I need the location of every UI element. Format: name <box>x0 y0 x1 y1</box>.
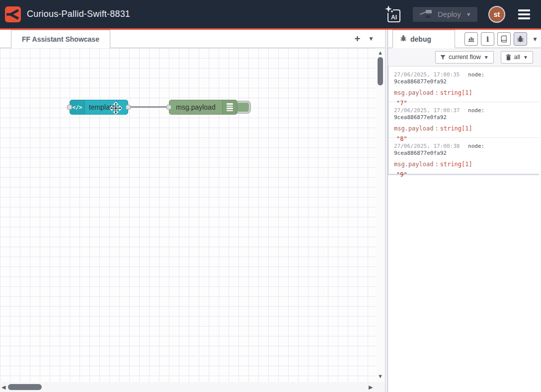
menu-bar-icon <box>518 17 530 19</box>
message-type: string[1] <box>440 125 472 132</box>
flow-list-caret-icon[interactable]: ▼ <box>368 35 374 42</box>
message-path: msg.payload <box>394 125 433 132</box>
debug-message: 27/06/2025, 17:00:38 node: 9cea886877e0f… <box>389 138 539 174</box>
bug-icon <box>400 35 407 43</box>
scroll-left-icon[interactable]: ◀ <box>1 385 5 390</box>
ai-assistant-button[interactable]: AI <box>384 5 402 24</box>
debug-message-list: 27/06/2025, 17:00:35 node: 9cea886877e0f… <box>388 66 539 175</box>
message-separator: : <box>435 161 438 168</box>
message-type: string[1] <box>440 89 472 96</box>
scroll-right-icon[interactable]: ▶ <box>369 385 373 390</box>
message-type: string[1] <box>440 161 472 168</box>
instance-title: Curious-Pallid-Swift-8831 <box>27 9 130 19</box>
message-timestamp: 27/06/2025, 17:00:35 <box>394 71 460 78</box>
canvas-horizontal-scrollbar[interactable]: ◀ ▶ <box>0 382 385 392</box>
menu-bar-icon <box>518 13 530 15</box>
sidebar-tabbar: debug i <box>388 30 541 48</box>
deploy-options-caret-icon[interactable]: ▼ <box>466 11 471 17</box>
move-cursor-icon <box>110 102 122 116</box>
main-menu-button[interactable] <box>516 7 532 21</box>
message-path: msg.payload <box>394 161 433 168</box>
debug-message: 27/06/2025, 17:00:35 node: 9cea886877e0f… <box>389 66 539 102</box>
vertical-scroll-thumb[interactable] <box>378 57 383 85</box>
header: Curious-Pallid-Swift-8831 AI <box>0 0 541 28</box>
scroll-down-icon[interactable]: ▼ <box>378 374 383 379</box>
message-timestamp: 27/06/2025, 17:00:38 <box>394 143 460 149</box>
deploy-icon <box>420 9 433 19</box>
debug-tab-button[interactable] <box>514 32 527 46</box>
message-value: "9" <box>394 171 534 178</box>
sidebar-tab-debug-label: debug <box>410 35 431 43</box>
debug-toolbar: current flow ▼ all ▼ <box>388 48 541 66</box>
message-path: msg.payload <box>394 89 433 96</box>
wire-template-to-debug[interactable] <box>128 106 170 108</box>
sidebar-options-caret-icon[interactable]: ▼ <box>532 36 538 43</box>
canvas-vertical-scrollbar[interactable]: ▲ ▼ <box>376 48 385 382</box>
template-output-port[interactable] <box>126 105 131 110</box>
horizontal-scroll-thumb[interactable] <box>8 384 42 390</box>
dashboard-chart-button[interactable] <box>464 32 478 46</box>
info-icon: i <box>486 35 489 44</box>
message-separator: : <box>435 125 438 132</box>
debug-clear-label: all <box>514 54 521 61</box>
bug-icon <box>517 35 524 43</box>
debug-clear-button[interactable]: all ▼ <box>501 51 533 64</box>
sidebar-tab-debug[interactable]: debug <box>392 30 455 48</box>
debug-input-port[interactable] <box>166 105 171 110</box>
deploy-label: Deploy <box>438 10 461 18</box>
debug-enable-toggle[interactable] <box>235 101 250 113</box>
code-icon: </> <box>70 100 85 114</box>
flow-tab-active[interactable]: FF Assistant Showcase <box>11 30 110 48</box>
flow-canvas[interactable]: </> template msg.payload <box>0 48 376 382</box>
template-input-port[interactable] <box>67 105 72 110</box>
message-timestamp: 27/06/2025, 17:00:37 <box>394 107 460 114</box>
debug-list-icon <box>222 100 237 114</box>
node-debug-label: msg.payload <box>169 103 222 111</box>
book-icon <box>500 35 508 43</box>
trash-icon <box>506 54 511 61</box>
debug-message: 27/06/2025, 17:00:37 node: 9cea886877e0f… <box>389 102 539 138</box>
scroll-up-icon[interactable]: ▲ <box>378 50 383 56</box>
svg-text:AI: AI <box>391 14 397 21</box>
user-avatar[interactable]: st <box>488 6 505 23</box>
node-debug[interactable]: msg.payload <box>169 100 237 115</box>
info-tab-button[interactable]: i <box>481 32 494 46</box>
debug-filter-label: current flow <box>449 54 481 61</box>
flow-tabbar: FF Assistant Showcase + ▼ <box>0 30 385 48</box>
node-red-editor: Curious-Pallid-Swift-8831 AI <box>0 0 541 392</box>
menu-bar-icon <box>518 9 530 11</box>
clear-caret-icon: ▼ <box>523 55 528 60</box>
filter-caret-icon: ▼ <box>484 55 489 60</box>
debug-filter-button[interactable]: current flow ▼ <box>435 51 494 64</box>
sidebar: debug i <box>388 30 541 392</box>
message-separator: : <box>435 89 438 96</box>
funnel-icon <box>440 55 446 60</box>
editor-area: FF Assistant Showcase + ▼ </> template <box>0 30 385 392</box>
add-flow-button[interactable]: + <box>354 34 360 44</box>
flowfuse-logo <box>5 6 21 22</box>
bar-chart-icon <box>467 35 475 43</box>
flow-tab-label: FF Assistant Showcase <box>22 35 99 43</box>
deploy-button[interactable]: Deploy ▼ <box>413 7 477 22</box>
help-tab-button[interactable] <box>497 32 511 46</box>
